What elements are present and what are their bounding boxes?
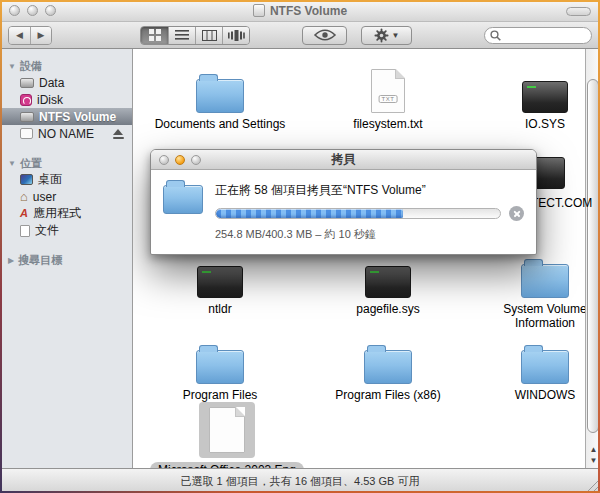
sidebar-item-label: Data xyxy=(39,76,64,90)
back-button[interactable]: ◀ xyxy=(9,27,30,44)
page-fold xyxy=(235,407,245,417)
sidebar-item-desktop[interactable]: 桌面 xyxy=(0,171,132,188)
sidebar-item-ntfs-volume[interactable]: NTFS Volume xyxy=(0,108,132,125)
search-field[interactable] xyxy=(484,27,592,44)
disclosure-triangle-icon: ▶ xyxy=(8,256,14,265)
folder-icon xyxy=(521,264,569,298)
document-file-icon xyxy=(209,407,245,453)
sidebar-item-applications[interactable]: A 應用程式 xyxy=(0,205,132,222)
navigation-buttons: ◀ ▶ xyxy=(8,26,52,45)
list-view-icon xyxy=(175,30,189,40)
volume-proxy-icon xyxy=(253,4,265,17)
icon-view-button[interactable] xyxy=(141,27,168,44)
forward-icon: ▶ xyxy=(38,30,45,40)
folder-icon xyxy=(196,350,244,384)
minimize-button[interactable] xyxy=(27,5,38,16)
sidebar-section-places[interactable]: ▼ 位置 xyxy=(0,155,132,171)
window-titlebar[interactable]: NTFS Volume xyxy=(0,0,600,22)
sidebar-item-documents[interactable]: 文件 xyxy=(0,222,132,239)
search-icon xyxy=(490,30,501,41)
grid-view-icon xyxy=(149,29,161,41)
screenshot-border xyxy=(0,0,600,2)
close-button[interactable] xyxy=(9,5,20,16)
scroll-down-icon[interactable]: ▼ xyxy=(590,455,598,466)
file-label: WINDOWS xyxy=(515,388,576,402)
eye-icon xyxy=(314,29,336,41)
file-label: System Volume Information xyxy=(489,302,600,330)
copy-status-text: 正在將 58 個項目拷貝至“NTFS Volume” xyxy=(215,182,524,199)
idisk-icon xyxy=(20,94,32,106)
file-item[interactable]: pagefile.sys xyxy=(313,252,463,316)
file-item[interactable]: TXT filesystem.txt xyxy=(313,67,463,131)
sidebar-item-home[interactable]: ⌂ user xyxy=(0,188,132,205)
coverflow-view-button[interactable] xyxy=(222,27,249,44)
sidebar-section-devices[interactable]: ▼ 設備 xyxy=(0,58,132,74)
folder-icon xyxy=(196,79,244,113)
file-item-selected[interactable]: Microsoft.Office.2003.Eng xyxy=(142,400,312,468)
file-label: Program Files (x86) xyxy=(335,388,440,402)
view-switcher xyxy=(140,26,250,45)
eject-icon[interactable] xyxy=(113,129,124,139)
quick-look-button[interactable] xyxy=(302,26,347,45)
window-controls xyxy=(9,5,56,16)
status-text: 已選取 1 個項目，共有 16 個項目、4.53 GB 可用 xyxy=(181,474,420,489)
sidebar-item-label: NTFS Volume xyxy=(39,110,116,124)
file-item[interactable]: Program Files (x86) xyxy=(313,338,463,402)
sidebar-item-label: user xyxy=(33,190,56,204)
zoom-button[interactable] xyxy=(45,5,56,16)
file-label: pagefile.sys xyxy=(356,302,419,316)
removable-drive-icon xyxy=(20,128,33,139)
screenshot-border xyxy=(0,0,2,493)
disclosure-triangle-icon: ▼ xyxy=(8,62,16,71)
dos-executable-icon xyxy=(365,266,411,298)
desktop-icon xyxy=(20,174,33,185)
forward-button[interactable]: ▶ xyxy=(30,27,51,44)
copy-progress-dialog: 拷貝 正在將 58 個項目拷貝至“NTFS Volume” 254.8 MB/4… xyxy=(150,149,537,255)
file-label: filesystem.txt xyxy=(353,117,422,131)
sidebar-item-label: 應用程式 xyxy=(33,205,81,222)
devices-header-label: 設備 xyxy=(20,59,42,74)
dialog-titlebar[interactable]: 拷貝 xyxy=(151,150,536,170)
resize-grip[interactable] xyxy=(585,478,598,491)
file-item[interactable]: Documents and Settings xyxy=(145,67,295,131)
file-label: TECT.COM xyxy=(531,196,592,210)
status-bar: 已選取 1 個項目，共有 16 個項目、4.53 GB 可用 xyxy=(0,468,600,493)
file-browser-area: Documents and Settings TXT filesystem.tx… xyxy=(133,49,600,468)
coverflow-view-icon xyxy=(228,30,245,41)
action-menu-button[interactable]: ▼ xyxy=(361,26,412,45)
copy-progress-fill xyxy=(216,209,403,218)
file-item[interactable]: Program Files xyxy=(145,338,295,402)
toolbar: ◀ ▶ xyxy=(0,22,600,49)
gear-icon xyxy=(374,28,389,43)
sidebar-section-search-for[interactable]: ▶ 搜尋目標 xyxy=(0,252,132,268)
column-view-icon xyxy=(202,30,217,41)
file-item[interactable]: System Volume Information xyxy=(470,252,600,330)
page-fold xyxy=(395,69,405,79)
disclosure-triangle-icon: ▼ xyxy=(8,159,16,168)
sidebar-item-idisk[interactable]: iDisk xyxy=(0,91,132,108)
list-view-button[interactable] xyxy=(168,27,195,44)
sidebar-item-data[interactable]: Data xyxy=(0,74,132,91)
sidebar-item-no-name[interactable]: NO NAME xyxy=(0,125,132,142)
sidebar-item-label: 桌面 xyxy=(38,171,62,188)
scroll-up-icon[interactable]: ▲ xyxy=(590,444,598,455)
folder-icon xyxy=(364,350,412,384)
search-input[interactable] xyxy=(504,29,584,41)
document-icon xyxy=(20,225,30,237)
hard-drive-icon xyxy=(20,112,34,122)
applications-icon: A xyxy=(20,208,28,219)
dos-executable-icon xyxy=(197,266,243,298)
copy-progress-bar xyxy=(215,208,501,219)
hard-drive-icon xyxy=(20,78,34,88)
column-view-button[interactable] xyxy=(195,27,222,44)
file-item[interactable]: IO.SYS xyxy=(470,67,600,131)
toolbar-toggle-button[interactable] xyxy=(566,7,591,16)
selection-highlight xyxy=(199,402,255,458)
txt-file-icon: TXT xyxy=(371,69,405,113)
window-title: NTFS Volume xyxy=(270,4,347,18)
cancel-copy-button[interactable] xyxy=(509,206,524,221)
dialog-title: 拷貝 xyxy=(151,151,536,168)
file-item[interactable]: WINDOWS xyxy=(470,338,600,402)
file-item[interactable]: ntldr xyxy=(145,252,295,316)
sidebar: ▼ 設備 Data iDisk NTFS Volume NO NAME xyxy=(0,49,133,468)
